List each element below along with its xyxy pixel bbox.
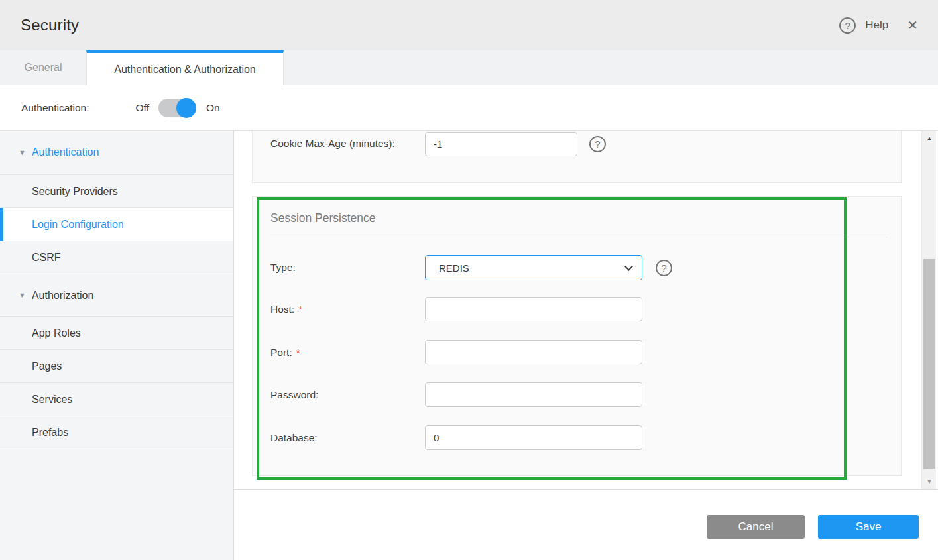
tab-general[interactable]: General xyxy=(0,50,86,85)
toggle-off-label: Off xyxy=(136,102,149,114)
host-input[interactable] xyxy=(425,297,642,321)
cancel-button[interactable]: Cancel xyxy=(707,515,805,539)
sidebar-item-security-providers[interactable]: Security Providers xyxy=(0,175,233,208)
sidebar: ▼ Authentication Security Providers Logi… xyxy=(0,131,234,560)
sidebar-item-csrf[interactable]: CSRF xyxy=(0,241,233,274)
cookie-max-age-input[interactable] xyxy=(425,132,577,156)
tab-bar: General Authentication & Authorization xyxy=(0,50,938,85)
security-dialog: Security ? Help ✕ General Authentication… xyxy=(0,0,938,560)
authentication-label: Authentication: xyxy=(21,102,89,114)
sidebar-group-authentication[interactable]: ▼ Authentication xyxy=(0,131,233,175)
password-label: Password: xyxy=(270,389,318,401)
section-divider xyxy=(270,237,887,237)
password-input[interactable] xyxy=(425,382,642,407)
sidebar-item-services[interactable]: Services xyxy=(0,383,233,416)
help-icon[interactable]: ? xyxy=(839,17,856,34)
database-label: Database: xyxy=(270,432,318,444)
vertical-scrollbar[interactable]: ▲ ▼ xyxy=(921,131,936,489)
collapse-triangle-icon: ▼ xyxy=(19,149,26,156)
authentication-toggle[interactable] xyxy=(158,99,196,117)
required-asterisk: * xyxy=(296,347,300,358)
type-label: Type: xyxy=(270,262,296,274)
help-icon-glyph: ? xyxy=(595,139,600,150)
dialog-header: Security ? Help ✕ xyxy=(0,0,938,50)
session-type-select-wrap: REDIS xyxy=(425,255,642,280)
authentication-toggle-row: Authentication: Off On xyxy=(0,85,938,130)
session-persistence-title: Session Persistence xyxy=(270,211,376,225)
host-label: Host:* xyxy=(270,304,302,315)
help-link[interactable]: Help xyxy=(865,19,888,32)
sidebar-item-login-configuration[interactable]: Login Configuration xyxy=(0,208,233,241)
session-type-select[interactable]: REDIS xyxy=(425,255,642,280)
sidebar-item-prefabs[interactable]: Prefabs xyxy=(0,416,233,449)
help-icon-glyph: ? xyxy=(845,20,850,31)
sidebar-item-pages[interactable]: Pages xyxy=(0,350,233,383)
content-area: Cookie Max-Age (minutes): ? Session Pers… xyxy=(234,131,938,560)
collapse-triangle-icon: ▼ xyxy=(19,292,26,299)
cookie-settings-panel: Cookie Max-Age (minutes): ? xyxy=(252,131,902,183)
close-icon[interactable]: ✕ xyxy=(907,19,918,32)
sidebar-group-label: Authorization xyxy=(32,290,93,302)
session-persistence-panel: Session Persistence Type: REDIS ? Host:*… xyxy=(252,196,902,476)
database-input[interactable] xyxy=(425,425,642,450)
page-title: Security xyxy=(21,16,79,34)
scroll-viewport: Cookie Max-Age (minutes): ? Session Pers… xyxy=(234,131,938,489)
toggle-on-label: On xyxy=(206,102,220,114)
dialog-body: ▼ Authentication Security Providers Logi… xyxy=(0,130,938,560)
help-icon[interactable]: ? xyxy=(656,260,672,276)
sidebar-item-app-roles[interactable]: App Roles xyxy=(0,317,233,350)
port-label: Port:* xyxy=(270,347,300,359)
save-button[interactable]: Save xyxy=(818,515,919,539)
cookie-max-age-label: Cookie Max-Age (minutes): xyxy=(270,138,395,150)
sidebar-group-authorization[interactable]: ▼ Authorization xyxy=(0,274,233,317)
scrollbar-thumb[interactable] xyxy=(923,259,935,469)
scroll-down-arrow-icon[interactable]: ▼ xyxy=(922,478,937,485)
dialog-footer: Cancel Save xyxy=(234,490,938,560)
required-asterisk: * xyxy=(298,304,302,315)
tab-authentication-authorization[interactable]: Authentication & Authorization xyxy=(86,50,284,85)
port-input[interactable] xyxy=(425,340,642,364)
help-icon[interactable]: ? xyxy=(589,136,606,152)
scroll-up-arrow-icon[interactable]: ▲ xyxy=(922,135,937,142)
toggle-knob xyxy=(176,98,196,118)
sidebar-group-label: Authentication xyxy=(32,146,99,158)
help-icon-glyph: ? xyxy=(661,262,666,274)
